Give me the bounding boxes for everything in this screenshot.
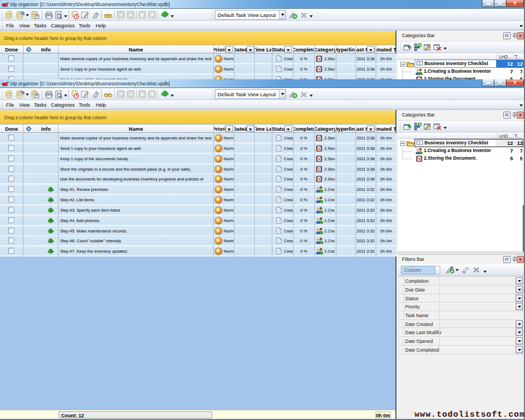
svg-text:5: 5 <box>318 68 320 71</box>
svg-text:5: 5 <box>418 158 420 161</box>
svg-text:5: 5 <box>318 158 320 161</box>
svg-text:5: 5 <box>318 57 320 61</box>
svg-text:5: 5 <box>318 168 320 171</box>
svg-text:5: 5 <box>318 178 320 181</box>
svg-text:5: 5 <box>318 137 320 140</box>
svg-text:5: 5 <box>318 147 320 150</box>
